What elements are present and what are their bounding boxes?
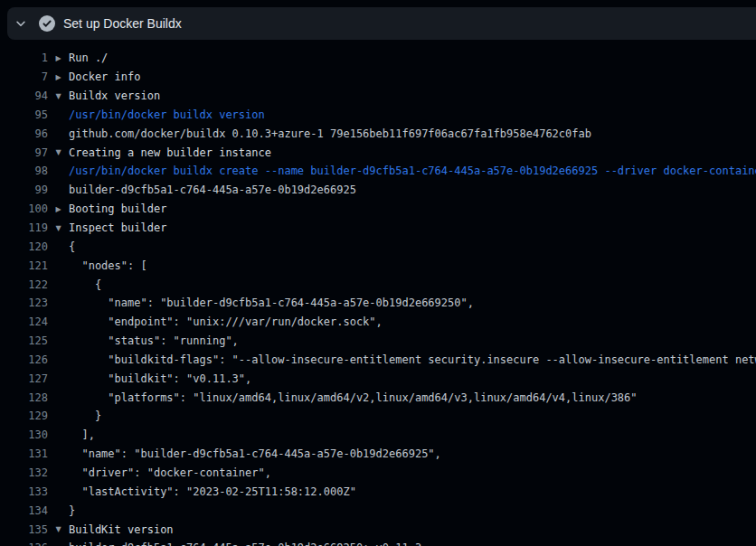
log-line: 134} (0, 501, 756, 520)
line-number[interactable]: 132 (0, 466, 48, 479)
output-text: "buildkitd-flags": "--allow-insecure-ent… (69, 353, 756, 366)
output-text: "nodes": [ (69, 259, 147, 272)
line-number[interactable]: 133 (0, 485, 48, 498)
line-number[interactable]: 120 (0, 240, 48, 253)
log-line: 120{ (0, 237, 756, 256)
log-line: 127 "buildkit": "v0.11.3", (0, 369, 756, 388)
line-number[interactable]: 95 (0, 108, 48, 121)
group-title[interactable]: Buildx version (69, 89, 160, 102)
log-body: 1▶Run ./7▶Docker info94▼Buildx version95… (0, 40, 756, 546)
collapse-step-button[interactable] (7, 7, 34, 40)
log-line: 124 "endpoint": "unix:///var/run/docker.… (0, 313, 756, 332)
log-line: 132 "driver": "docker-container", (0, 464, 756, 483)
group-expanded-icon[interactable]: ▼ (48, 525, 69, 533)
line-number[interactable]: 129 (0, 410, 48, 422)
output-text: ], (69, 428, 95, 441)
group-expanded-icon[interactable]: ▼ (48, 92, 69, 100)
line-number[interactable]: 134 (0, 504, 48, 517)
log-line: 121 "nodes": [ (0, 256, 756, 275)
log-line: 122 { (0, 275, 756, 294)
line-number[interactable]: 98 (0, 165, 48, 177)
log-line: 123 "name": "builder-d9cfb5a1-c764-445a-… (0, 294, 756, 313)
output-text: } (69, 410, 101, 422)
log-line: 98/usr/bin/docker buildx create --name b… (0, 162, 756, 181)
line-number[interactable]: 127 (0, 372, 48, 385)
chevron-down-icon (14, 17, 27, 30)
step-header[interactable]: Set up Docker Buildx (7, 7, 756, 40)
group-title[interactable]: Docker info (69, 71, 140, 83)
log-line: 99builder-d9cfb5a1-c764-445a-a57e-0b19d2… (0, 181, 756, 200)
output-text: "name": "builder-d9cfb5a1-c764-445a-a57e… (69, 297, 474, 309)
log-line: 136builder-d9cfb5a1-c764-445a-a57e-0b19d… (0, 539, 756, 546)
output-text: "buildkit": "v0.11.3", (69, 372, 251, 385)
output-text: { (69, 278, 101, 291)
line-number[interactable]: 100 (0, 202, 48, 215)
log-line: 133 "lastActivity": "2023-02-25T11:58:12… (0, 482, 756, 501)
output-text: "endpoint": "unix:///var/run/docker.sock… (69, 315, 383, 328)
output-text: { (69, 240, 75, 253)
line-number[interactable]: 126 (0, 353, 48, 366)
line-number[interactable]: 119 (0, 221, 48, 234)
group-collapsed-icon[interactable]: ▶ (48, 54, 69, 62)
line-number[interactable]: 97 (0, 146, 48, 159)
output-text: "status": "running", (69, 334, 239, 347)
group-collapsed-icon[interactable]: ▶ (48, 73, 69, 81)
line-number[interactable]: 130 (0, 428, 48, 441)
group-title[interactable]: Run ./ (69, 52, 108, 64)
line-number[interactable]: 122 (0, 278, 48, 291)
output-text: github.com/docker/buildx 0.10.3+azure-1 … (69, 127, 591, 140)
log-line: 97▼Creating a new builder instance (0, 143, 756, 162)
line-number[interactable]: 124 (0, 315, 48, 328)
group-expanded-icon[interactable]: ▼ (48, 148, 69, 156)
group-title[interactable]: Booting builder (69, 202, 166, 215)
log-line: 131 "name": "builder-d9cfb5a1-c764-445a-… (0, 445, 756, 464)
step-title: Set up Docker Buildx (63, 16, 182, 31)
log-line: 119▼Inspect builder (0, 219, 756, 238)
line-number[interactable]: 94 (0, 89, 48, 102)
line-number[interactable]: 7 (0, 71, 48, 83)
output-text: "platforms": "linux/amd64,linux/amd64/v2… (69, 391, 638, 404)
log-line: 1▶Run ./ (0, 49, 756, 68)
line-number[interactable]: 1 (0, 52, 48, 64)
command-text: /usr/bin/docker buildx create --name bui… (69, 165, 756, 177)
check-circle-icon (39, 15, 55, 32)
output-text: "driver": "docker-container", (69, 466, 271, 479)
log-line: 128 "platforms": "linux/amd64,linux/amd6… (0, 388, 756, 407)
output-text: } (69, 504, 75, 517)
log-line: 126 "buildkitd-flags": "--allow-insecure… (0, 351, 756, 370)
output-text: "name": "builder-d9cfb5a1-c764-445a-a57e… (69, 447, 441, 460)
line-number[interactable]: 135 (0, 523, 48, 536)
line-number[interactable]: 125 (0, 334, 48, 347)
line-number[interactable]: 121 (0, 259, 48, 272)
group-title[interactable]: Inspect builder (69, 221, 166, 234)
log-line: 94▼Buildx version (0, 87, 756, 106)
command-text: /usr/bin/docker buildx version (69, 108, 265, 121)
log-line: 125 "status": "running", (0, 332, 756, 351)
log-line: 7▶Docker info (0, 68, 756, 87)
group-title[interactable]: BuildKit version (69, 523, 174, 536)
log-line: 129 } (0, 407, 756, 426)
output-text: builder-d9cfb5a1-c764-445a-a57e-0b19d2e6… (69, 541, 421, 546)
line-number[interactable]: 96 (0, 127, 48, 140)
log-line: 135▼BuildKit version (0, 520, 756, 539)
log-line: 130 ], (0, 426, 756, 445)
group-title[interactable]: Creating a new builder instance (69, 146, 271, 159)
line-number[interactable]: 136 (0, 541, 48, 546)
group-collapsed-icon[interactable]: ▶ (48, 205, 69, 213)
line-number[interactable]: 128 (0, 391, 48, 404)
line-number[interactable]: 123 (0, 297, 48, 309)
line-number[interactable]: 131 (0, 447, 48, 460)
line-number[interactable]: 99 (0, 184, 48, 196)
output-text: builder-d9cfb5a1-c764-445a-a57e-0b19d2e6… (69, 184, 356, 196)
log-line: 100▶Booting builder (0, 200, 756, 219)
group-expanded-icon[interactable]: ▼ (48, 224, 69, 232)
log-line: 96github.com/docker/buildx 0.10.3+azure-… (0, 124, 756, 143)
output-text: "lastActivity": "2023-02-25T11:58:12.000… (69, 485, 356, 498)
log-line: 95/usr/bin/docker buildx version (0, 106, 756, 125)
